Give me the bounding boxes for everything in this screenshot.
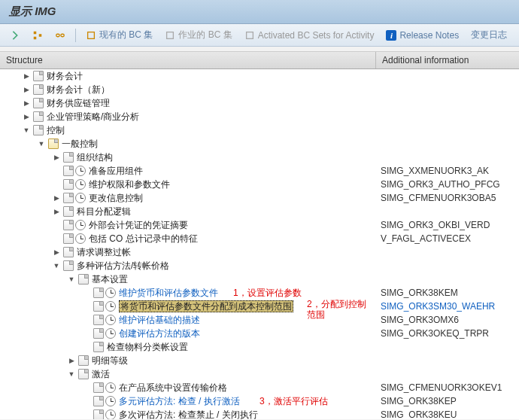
- doc-icon[interactable]: [48, 138, 59, 149]
- node-label[interactable]: 检查物料分类帐设置: [107, 341, 188, 354]
- expand-toggle[interactable]: ▼: [36, 138, 47, 149]
- tree-row[interactable]: 多次评估方法: 检查禁止 / 关闭执行SIMG_ORK38KEU: [0, 408, 519, 419]
- doc-icon[interactable]: [33, 111, 44, 122]
- doc-icon[interactable]: [93, 288, 104, 298]
- node-label[interactable]: 请求调整过帐: [77, 246, 131, 259]
- expand-toggle[interactable]: ▶: [51, 206, 62, 217]
- activity-icon[interactable]: [105, 315, 116, 325]
- expand-toggle[interactable]: ▼: [66, 274, 77, 285]
- activity-icon[interactable]: [105, 288, 116, 298]
- doc-icon[interactable]: [93, 396, 104, 406]
- expand-toggle[interactable]: ▶: [21, 98, 32, 108]
- existing-bc-sets-button[interactable]: 现有的 BC 集: [80, 26, 158, 44]
- back-icon[interactable]: [5, 28, 26, 43]
- doc-icon[interactable]: [33, 84, 44, 95]
- node-label[interactable]: 包括 CO 总计记录中的特征: [89, 233, 198, 245]
- change-log-button[interactable]: 变更日志: [466, 26, 512, 44]
- doc-icon[interactable]: [63, 166, 74, 176]
- tree-row[interactable]: 维护权限和参数文件SIMG_ORK3_AUTHO_PFCG: [0, 178, 519, 191]
- node-label[interactable]: 维护权限和参数文件: [89, 178, 170, 191]
- node-label[interactable]: 企业管理策略/商业分析: [47, 111, 139, 123]
- node-label[interactable]: 创建评估方法的版本: [119, 327, 200, 340]
- activity-icon[interactable]: [75, 193, 86, 203]
- tree-row[interactable]: ▶科目分配逻辑: [0, 205, 519, 218]
- activity-icon[interactable]: [105, 328, 116, 339]
- link-icon[interactable]: [50, 28, 71, 43]
- doc-icon[interactable]: [78, 355, 89, 366]
- tree-row[interactable]: 维护评估基础的描述SIMG_ORK3OMX6: [0, 313, 519, 327]
- tree-row[interactable]: ▶请求调整过帐: [0, 245, 519, 259]
- doc-icon[interactable]: [33, 71, 44, 81]
- activity-icon[interactable]: [75, 233, 86, 244]
- expand-toggle[interactable]: ▼: [21, 125, 32, 135]
- node-label[interactable]: 科目分配逻辑: [77, 205, 131, 218]
- tree-row[interactable]: 将货币和评估参数文件分配到成本控制范围SIMG_ORK3SM30_WAEHR: [0, 300, 519, 313]
- tree-row[interactable]: 外部会计凭证的凭证摘要SIMG_ORK3_OKBI_VERD: [0, 218, 519, 232]
- node-label[interactable]: 控制: [47, 124, 65, 137]
- activity-icon[interactable]: [105, 382, 116, 393]
- activity-icon[interactable]: [75, 179, 86, 190]
- job-bc-sets-button[interactable]: 作业的 BC 集: [159, 26, 237, 44]
- doc-icon[interactable]: [93, 382, 104, 393]
- doc-icon[interactable]: [93, 328, 104, 339]
- expand-toggle[interactable]: ▶: [51, 247, 62, 257]
- tree-row[interactable]: ▼一般控制: [0, 137, 519, 151]
- release-notes-button[interactable]: iRelease Notes: [381, 28, 464, 43]
- tree-row[interactable]: ▶财务会计: [0, 69, 519, 83]
- node-label[interactable]: 一般控制: [62, 138, 98, 151]
- doc-icon[interactable]: [93, 301, 104, 312]
- activated-bc-sets-button[interactable]: Activated BC Sets for Activity: [239, 28, 380, 43]
- node-label[interactable]: 多元评估方法: 检查 / 执行激活: [119, 395, 240, 408]
- doc-icon[interactable]: [63, 233, 74, 244]
- expand-toggle[interactable]: ▶: [51, 193, 62, 203]
- tree-row[interactable]: ▼控制: [0, 123, 519, 137]
- node-label[interactable]: 财务供应链管理: [47, 97, 110, 110]
- doc-icon[interactable]: [93, 409, 104, 419]
- node-label[interactable]: 在产品系统中设置传输价格: [119, 382, 227, 394]
- tree-row[interactable]: ▶财务供应链管理: [0, 96, 519, 110]
- expand-toggle[interactable]: ▶: [21, 111, 32, 122]
- tree-row[interactable]: ▶财务会计（新）: [0, 83, 519, 96]
- node-label[interactable]: 基本设置: [92, 273, 128, 286]
- tree-row[interactable]: ▶组织结构: [0, 151, 519, 164]
- node-label[interactable]: 明细等级: [92, 355, 128, 367]
- doc-icon[interactable]: [63, 247, 74, 257]
- doc-icon[interactable]: [78, 274, 89, 285]
- doc-icon[interactable]: [63, 220, 74, 230]
- doc-icon[interactable]: [93, 342, 104, 352]
- doc-icon[interactable]: [93, 315, 104, 325]
- node-label[interactable]: 组织结构: [77, 151, 113, 164]
- expand-toggle[interactable]: ▶: [21, 84, 32, 95]
- node-label[interactable]: 将货币和评估参数文件分配到成本控制范围: [119, 300, 293, 313]
- tree-row[interactable]: 准备应用组件SIMG_XXMENUORK3_AK: [0, 164, 519, 178]
- node-label[interactable]: 维护评估基础的描述: [119, 314, 200, 327]
- expand-toggle[interactable]: ▶: [51, 152, 62, 163]
- node-label[interactable]: 激活: [92, 368, 110, 381]
- activity-icon[interactable]: [75, 220, 86, 230]
- tree-row[interactable]: ▶更改信息控制SIMG_CFMENUORK3OBA5: [0, 191, 519, 205]
- node-label[interactable]: 外部会计凭证的凭证摘要: [89, 219, 188, 232]
- doc-icon[interactable]: [63, 206, 74, 217]
- doc-icon[interactable]: [63, 152, 74, 163]
- node-label[interactable]: 财务会计（新）: [47, 84, 110, 96]
- tree-view[interactable]: 1，设置评估参数 2，分配到控制范围 3，激活平行评估 ▶财务会计▶财务会计（新…: [0, 69, 519, 419]
- node-label[interactable]: 维护货币和评估参数文件: [119, 287, 218, 300]
- tree-row[interactable]: ▼基本设置: [0, 272, 519, 286]
- tree-row[interactable]: 创建评估方法的版本SIMG_ORK3OKEQ_TRPR: [0, 327, 519, 340]
- node-label[interactable]: 准备应用组件: [89, 165, 143, 178]
- activity-icon[interactable]: [75, 166, 86, 176]
- activity-icon[interactable]: [105, 301, 116, 312]
- expand-toggle[interactable]: ▶: [21, 71, 32, 81]
- expand-toggle[interactable]: ▼: [51, 260, 62, 271]
- tree-row[interactable]: ▶企业管理策略/商业分析: [0, 110, 519, 123]
- doc-icon[interactable]: [63, 193, 74, 203]
- expand-toggle[interactable]: ▶: [66, 355, 77, 366]
- doc-icon[interactable]: [78, 369, 89, 379]
- activity-icon[interactable]: [105, 409, 116, 419]
- tree-icon[interactable]: [27, 28, 48, 43]
- doc-icon[interactable]: [63, 179, 74, 190]
- node-label[interactable]: 多种评估方法/转帐价格: [77, 260, 169, 272]
- expand-toggle[interactable]: ▼: [66, 369, 77, 379]
- doc-icon[interactable]: [33, 98, 44, 108]
- node-label[interactable]: 更改信息控制: [89, 192, 143, 205]
